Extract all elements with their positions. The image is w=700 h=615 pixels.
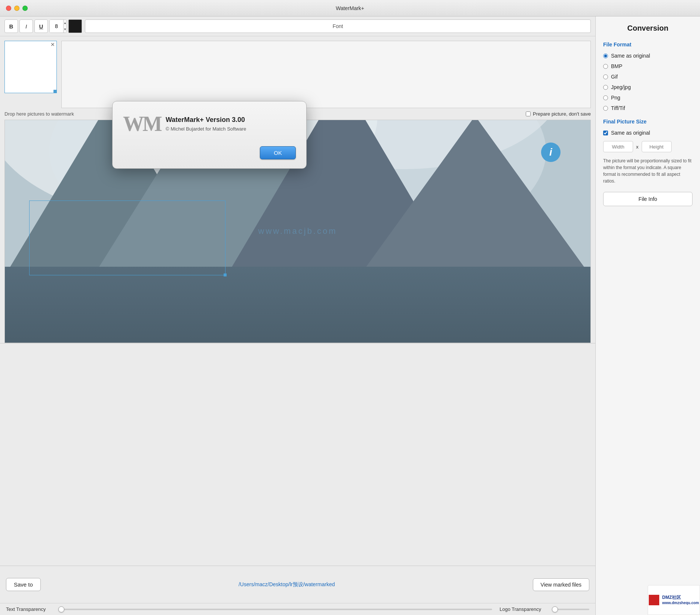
size-same-checkbox[interactable]: [603, 131, 608, 135]
logo-corner-handle[interactable]: [53, 90, 56, 93]
underline-button[interactable]: U: [34, 19, 48, 33]
color-swatch[interactable]: [68, 19, 82, 33]
prepare-checkbox-area: Prepare picture, don't save: [526, 111, 591, 117]
size-same-label: Same as original: [611, 130, 650, 136]
dmz-text2: www.dmzshequ.com: [662, 600, 699, 605]
italic-button[interactable]: I: [19, 19, 33, 33]
about-dialog: WM WaterMark+ Version 3.00 © Michel Buja…: [112, 101, 307, 169]
text-transparency-label: Text Transparency: [6, 606, 51, 612]
format-tiff-label: Tiff/Tif: [611, 105, 625, 111]
close-button[interactable]: [6, 6, 11, 11]
drop-zone-label: Drop here pictures to watermark: [4, 111, 74, 117]
format-jpeg[interactable]: Jpeg/jpg: [603, 84, 693, 90]
svg-rect-9: [5, 267, 590, 342]
info-icon[interactable]: i: [541, 143, 561, 162]
modal-wm-logo: WM: [123, 112, 157, 136]
save-to-button[interactable]: Save to: [6, 578, 41, 591]
format-same-label: Same as original: [611, 53, 650, 59]
modal-content: WM WaterMark+ Version 3.00 © Michel Buja…: [123, 112, 296, 136]
format-png-label: Png: [611, 95, 620, 101]
view-marked-button[interactable]: View marked files: [533, 578, 589, 591]
size-description: The picture will be proportionnally size…: [603, 157, 693, 184]
below-canvas-area: [0, 343, 595, 566]
file-info-button[interactable]: File Info: [603, 192, 693, 206]
format-jpeg-radio[interactable]: [603, 85, 608, 90]
format-png[interactable]: Png: [603, 95, 693, 101]
prepare-checkbox[interactable]: [526, 111, 531, 116]
file-format-section-title: File Format: [603, 42, 693, 48]
modal-copyright: © Michel Bujardet for Match Software: [166, 126, 246, 132]
conversion-title: Conversion: [603, 24, 693, 33]
font-size-up[interactable]: ▲: [64, 20, 67, 26]
format-bmp-radio[interactable]: [603, 64, 608, 69]
font-size-control: ▲ ▼: [49, 19, 67, 33]
main-container: B I U ▲ ▼ Font ✕ Drop here pictures to: [0, 16, 700, 615]
watermark-text-area: ✕: [0, 36, 595, 108]
transparency-row: Text Transparency Logo Transparency: [0, 603, 595, 615]
toolbar: B I U ▲ ▼ Font: [0, 16, 595, 36]
save-path: /Users/macz/Desktop/lr预设/watermarked: [47, 581, 527, 588]
modal-footer: OK: [123, 146, 296, 159]
modal-text-area: WaterMark+ Version 3.00 © Michel Bujarde…: [166, 116, 246, 132]
prepare-label: Prepare picture, don't save: [533, 111, 591, 117]
size-x-label: x: [636, 144, 639, 150]
logo-transparency-slider[interactable]: [552, 609, 589, 610]
logo-transparency-label: Logo Transparency: [500, 606, 544, 612]
app-title: WaterMark+: [336, 5, 364, 11]
dmz-badge: DMZ社区 www.dmzshequ.com: [648, 585, 700, 615]
format-gif-radio[interactable]: [603, 74, 608, 79]
dmz-red-square: [649, 595, 659, 605]
logo-close-button[interactable]: ✕: [50, 42, 55, 47]
format-bmp[interactable]: BMP: [603, 63, 693, 69]
logo-preview-box: ✕: [4, 41, 57, 93]
size-same-original-row[interactable]: Same as original: [603, 130, 693, 136]
format-tiff-radio[interactable]: [603, 106, 608, 111]
format-tiff[interactable]: Tiff/Tif: [603, 105, 693, 111]
format-gif-label: Gif: [611, 74, 618, 80]
font-size-down[interactable]: ▼: [64, 26, 67, 33]
dmz-text1: DMZ社区: [662, 595, 699, 601]
width-input[interactable]: [603, 141, 633, 152]
font-size-arrows: ▲ ▼: [63, 20, 67, 33]
format-same-original[interactable]: Same as original: [603, 53, 693, 59]
format-bmp-label: BMP: [611, 63, 622, 69]
minimize-button[interactable]: [14, 6, 19, 11]
bottom-bar: Save to /Users/macz/Desktop/lr预设/waterma…: [0, 566, 595, 603]
final-size-section-title: Final Picture Size: [603, 119, 693, 125]
text-editor[interactable]: [61, 41, 591, 108]
bold-button[interactable]: B: [4, 19, 18, 33]
window-controls: [6, 6, 28, 11]
format-gif[interactable]: Gif: [603, 74, 693, 80]
format-same-radio[interactable]: [603, 53, 608, 58]
height-input[interactable]: [642, 141, 672, 152]
modal-app-title: WaterMark+ Version 3.00: [166, 116, 246, 124]
maximize-button[interactable]: [22, 6, 28, 11]
modal-ok-button[interactable]: OK: [260, 146, 296, 159]
format-png-radio[interactable]: [603, 95, 608, 100]
size-inputs-row: x: [603, 141, 693, 152]
format-jpeg-label: Jpeg/jpg: [611, 84, 631, 90]
dmz-text: DMZ社区 www.dmzshequ.com: [662, 595, 699, 606]
font-size-input[interactable]: [50, 20, 63, 33]
text-transparency-slider[interactable]: [58, 609, 492, 610]
font-selector[interactable]: Font: [85, 19, 591, 33]
right-panel: Conversion File Format Same as original …: [595, 16, 700, 615]
title-bar: WaterMark+: [0, 0, 700, 16]
